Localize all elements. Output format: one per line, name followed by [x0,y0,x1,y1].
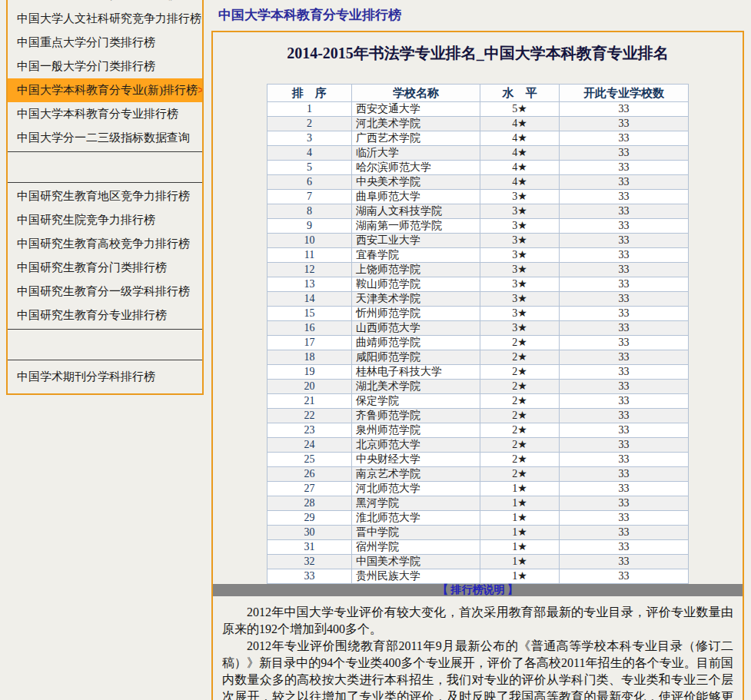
school-name-cell: 西安工业大学 [352,234,480,248]
rank-cell: 2 [268,117,352,131]
school-name-cell: 淮北师范大学 [352,511,480,526]
table-row: 10西安工业大学3★33 [268,234,689,248]
table-row: 8湖南人文科技学院3★33 [268,204,689,219]
level-cell: 3★ [480,204,560,219]
school-name-cell: 泉州师范学院 [352,423,480,438]
school-name-cell: 中国美术学院 [352,555,480,569]
table-row: 28黑河学院1★33 [268,496,689,511]
rank-cell: 11 [268,248,352,263]
table-row: 18咸阳师范学院2★33 [268,350,689,365]
sidebar-item[interactable]: 中国研究生教育地区竞争力排行榜 [8,184,202,208]
table-row: 17曲靖师范学院2★33 [268,336,689,350]
level-cell: 1★ [480,540,560,555]
school-name-cell: 咸阳师范学院 [352,350,480,365]
sidebar-item[interactable]: 中国重点大学分门类排行榜 [8,31,202,55]
sidebar-item[interactable]: 中国一般大学分门类排行榜 [8,55,202,78]
school-count-cell: 33 [560,350,689,365]
school-name-cell: 曲阜师范大学 [352,190,480,204]
table-row: 3广西艺术学院4★33 [268,131,689,146]
rank-cell: 30 [268,526,352,540]
school-count-cell: 33 [560,540,689,555]
sidebar-item-label: 中国研究生教育分专业排行榜 [17,309,167,321]
table-row: 1西安交通大学5★33 [268,102,689,117]
sidebar-item[interactable]: 中国研究生教育分专业排行榜 [8,304,202,327]
school-name-cell: 忻州师范学院 [352,307,480,321]
school-count-cell: 33 [560,321,689,336]
level-cell: 3★ [480,321,560,336]
level-cell: 1★ [480,555,560,569]
sidebar-section: 中国研究生教育地区竞争力排行榜中国研究生院竞争力排行榜中国研究生教育高校竞争力排… [8,183,202,330]
sidebar-spacer [8,152,202,183]
level-cell: 4★ [480,117,560,131]
table-row: 9湖南第一师范学院3★33 [268,219,689,234]
school-name-cell: 保定学院 [352,394,480,409]
sidebar-item[interactable]: 中国研究生院竞争力排行榜 [8,208,202,232]
school-count-cell: 33 [560,409,689,423]
column-header: 开此专业学校数 [560,85,689,102]
rank-cell: 33 [268,569,352,584]
rank-cell: 18 [268,350,352,365]
rank-cell: 27 [268,482,352,496]
sidebar-item[interactable]: 中国大学科技研究竞争力排行榜 [8,0,202,7]
school-count-cell: 33 [560,496,689,511]
sidebar-section: 中国学术期刊分学科排行榜 [8,360,202,393]
school-name-cell: 中央财经大学 [352,453,480,467]
rank-cell: 17 [268,336,352,350]
school-count-cell: 33 [560,219,689,234]
level-cell: 2★ [480,350,560,365]
school-count-cell: 33 [560,248,689,263]
sidebar-item-label: 中国大学分一二三级指标数据查询 [17,131,190,144]
table-row: 6中央美术学院4★33 [268,175,689,190]
level-cell: 3★ [480,219,560,234]
sidebar-item[interactable]: 中国研究生教育分一级学科排行榜 [8,280,202,304]
sidebar-item[interactable]: 中国研究生教育高校竞争力排行榜 [8,232,202,256]
table-row: 11宜春学院3★33 [268,248,689,263]
notice-bar[interactable]: 【 排行榜说明 】 [213,584,743,596]
breadcrumb-link[interactable]: 中国大学本科教育分专业排行榜 [218,6,401,24]
school-count-cell: 33 [560,277,689,292]
school-name-cell: 南京艺术学院 [352,467,480,482]
level-cell: 3★ [480,307,560,321]
sidebar-item[interactable]: 中国大学本科教育分专业排行榜 [8,102,202,126]
table-row: 13鞍山师范学院3★33 [268,277,689,292]
sidebar-item[interactable]: 中国研究生教育分门类排行榜 [8,256,202,280]
description: 2012年中国大学专业评价有较大变化，首次采用教育部最新的专业目录，评价专业数量… [222,604,733,700]
level-cell: 4★ [480,146,560,161]
level-cell: 1★ [480,482,560,496]
sidebar-item[interactable]: 中国大学人文社科研究竞争力排行榜 [8,7,202,31]
school-name-cell: 曲靖师范学院 [352,336,480,350]
table-row: 16山西师范大学3★33 [268,321,689,336]
sidebar-item[interactable]: 中国大学分一二三级指标数据查询 [8,126,202,150]
table-row: 33贵州民族大学1★33 [268,569,689,584]
rank-cell: 3 [268,131,352,146]
table-row: 21保定学院2★33 [268,394,689,409]
school-name-cell: 北京师范大学 [352,438,480,453]
table-row: 12上饶师范学院3★33 [268,263,689,277]
sidebar-item-label: 中国大学本科教育分专业(新)排行榜 [17,84,198,96]
school-count-cell: 33 [560,234,689,248]
school-name-cell: 西安交通大学 [352,102,480,117]
table-row: 2河北美术学院4★33 [268,117,689,131]
sidebar-spacer [8,330,202,360]
school-count-cell: 33 [560,263,689,277]
column-header: 水 平 [480,85,560,102]
level-cell: 5★ [480,102,560,117]
column-header: 学校名称 [352,85,480,102]
sidebar-item[interactable]: 中国学术期刊分学科排行榜 [8,365,202,389]
sidebar-item-label: 中国一般大学分门类排行榜 [17,60,155,72]
sidebar-item-active[interactable]: 中国大学本科教育分专业(新)排行榜>>> [8,78,202,102]
level-cell: 1★ [480,511,560,526]
description-paragraph: 2012年中国大学专业评价有较大变化，首次采用教育部最新的专业目录，评价专业数量… [222,604,733,638]
table-row: 4临沂大学4★33 [268,146,689,161]
page-title: 2014-2015年书法学专业排名_中国大学本科教育专业排名 [213,43,743,64]
level-cell: 3★ [480,248,560,263]
rank-cell: 14 [268,292,352,307]
school-name-cell: 河北美术学院 [352,117,480,131]
school-name-cell: 晋中学院 [352,526,480,540]
level-cell: 3★ [480,263,560,277]
rank-cell: 19 [268,365,352,380]
column-header: 排 序 [268,85,352,102]
school-count-cell: 33 [560,292,689,307]
school-name-cell: 湖南人文科技学院 [352,204,480,219]
school-count-cell: 33 [560,423,689,438]
